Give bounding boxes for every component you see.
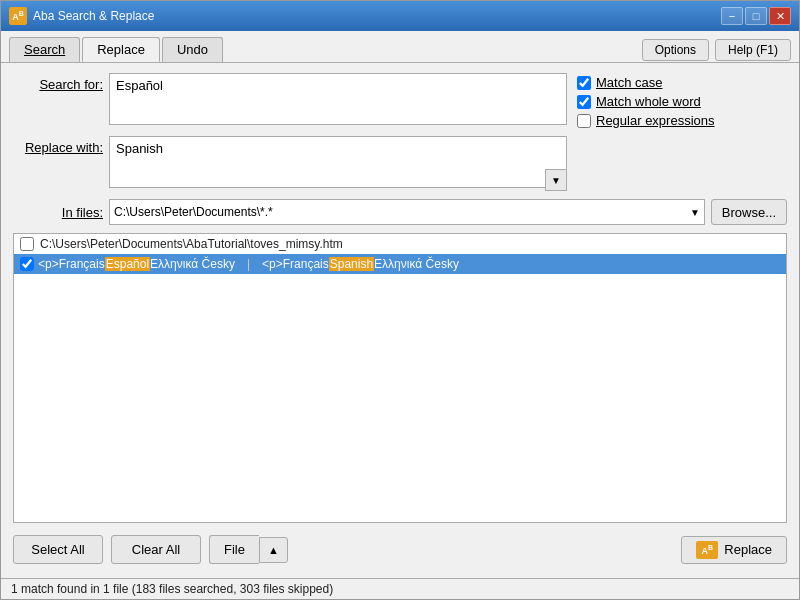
file-dropdown-button[interactable]: ▲ (259, 537, 288, 563)
replacement-suffix: Ελληνικά Česky (374, 257, 459, 271)
replace-icon: AB (696, 541, 718, 559)
close-button[interactable]: ✕ (769, 7, 791, 25)
replacement-prefix: <p>Français (262, 257, 329, 271)
results-file-row: C:\Users\Peter\Documents\AbaTutorial\tov… (14, 234, 786, 254)
clear-all-button[interactable]: Clear All (111, 535, 201, 564)
file-path: C:\Users\Peter\Documents\AbaTutorial\tov… (40, 237, 343, 251)
tab-undo[interactable]: Undo (162, 37, 223, 62)
title-controls: − □ ✕ (721, 7, 791, 25)
title-bar-left: AB Aba Search & Replace (9, 7, 154, 25)
tab-bar: Search Replace Undo (9, 37, 225, 62)
help-button[interactable]: Help (F1) (715, 39, 791, 61)
regular-expressions-checkbox[interactable] (577, 114, 591, 128)
window-title: Aba Search & Replace (33, 9, 154, 23)
replace-with-row: Replace with: Spanish ▼ (13, 136, 567, 191)
match-highlight-original: Español (105, 257, 150, 271)
in-files-row: In files: C:\Users\Peter\Documents\*.* ▼… (13, 199, 787, 225)
match-middle: Ελληνικά Česky (150, 257, 235, 271)
main-window: AB Aba Search & Replace − □ ✕ Search Rep… (0, 0, 800, 600)
in-files-combo[interactable]: C:\Users\Peter\Documents\*.* ▼ (109, 199, 705, 225)
left-form: Search for: Español Replace with: Spanis… (13, 73, 567, 191)
match-case-row: Match case (577, 75, 787, 90)
browse-button[interactable]: Browse... (711, 199, 787, 225)
search-input-wrapper: Español (109, 73, 567, 128)
status-text: 1 match found in 1 file (183 files searc… (11, 582, 333, 596)
in-files-label: In files: (13, 205, 103, 220)
file-button-wrapper: File ▲ (209, 535, 288, 564)
match-text: <p>Français Español Ελληνικά Česky | <p>… (38, 257, 459, 271)
tab-replace[interactable]: Replace (82, 37, 160, 62)
options-button[interactable]: Options (642, 39, 709, 61)
tab-search[interactable]: Search (9, 37, 80, 62)
match-case-label: Match case (596, 75, 662, 90)
replace-with-label: Replace with: (13, 136, 103, 155)
select-all-button[interactable]: Select All (13, 535, 103, 564)
header-buttons: Options Help (F1) (642, 39, 791, 61)
match-case-checkbox[interactable] (577, 76, 591, 90)
match-whole-word-label: Match whole word (596, 94, 701, 109)
search-for-label: Search for: (13, 73, 103, 92)
regular-expressions-label: Regular expressions (596, 113, 715, 128)
status-bar: 1 match found in 1 file (183 files searc… (1, 578, 799, 599)
replace-button-label: Replace (724, 542, 772, 557)
match-separator: | (247, 257, 250, 271)
replace-input[interactable]: Spanish (109, 136, 567, 188)
app-icon: AB (9, 7, 27, 25)
restore-button[interactable]: □ (745, 7, 767, 25)
search-for-row: Search for: Español (13, 73, 567, 128)
file-checkbox[interactable] (20, 237, 34, 251)
result-match-row[interactable]: <p>Français Español Ελληνικά Česky | <p>… (14, 254, 786, 274)
match-checkbox[interactable] (20, 257, 34, 271)
bottom-buttons: Select All Clear All File ▲ AB Replace (13, 531, 787, 568)
file-button[interactable]: File (209, 535, 259, 564)
match-whole-word-row: Match whole word (577, 94, 787, 109)
top-section: Search for: Español Replace with: Spanis… (13, 73, 787, 191)
regular-expressions-row: Regular expressions (577, 113, 787, 128)
search-input[interactable]: Español (109, 73, 567, 125)
in-files-value: C:\Users\Peter\Documents\*.* (114, 205, 690, 219)
match-whole-word-checkbox[interactable] (577, 95, 591, 109)
minimize-button[interactable]: − (721, 7, 743, 25)
title-bar: AB Aba Search & Replace − □ ✕ (1, 1, 799, 31)
match-prefix: <p>Français (38, 257, 105, 271)
right-options: Match case Match whole word Regular expr… (577, 73, 787, 191)
results-area: C:\Users\Peter\Documents\AbaTutorial\tov… (13, 233, 787, 523)
replace-input-wrapper: Spanish ▼ (109, 136, 567, 191)
in-files-dropdown-arrow: ▼ (690, 207, 700, 218)
replace-button[interactable]: AB Replace (681, 536, 787, 564)
menu-bar: Search Replace Undo Options Help (F1) (1, 31, 799, 62)
replace-dropdown-button[interactable]: ▼ (545, 169, 567, 191)
content-area: Search for: Español Replace with: Spanis… (1, 62, 799, 578)
match-highlight-replaced: Spanish (329, 257, 374, 271)
